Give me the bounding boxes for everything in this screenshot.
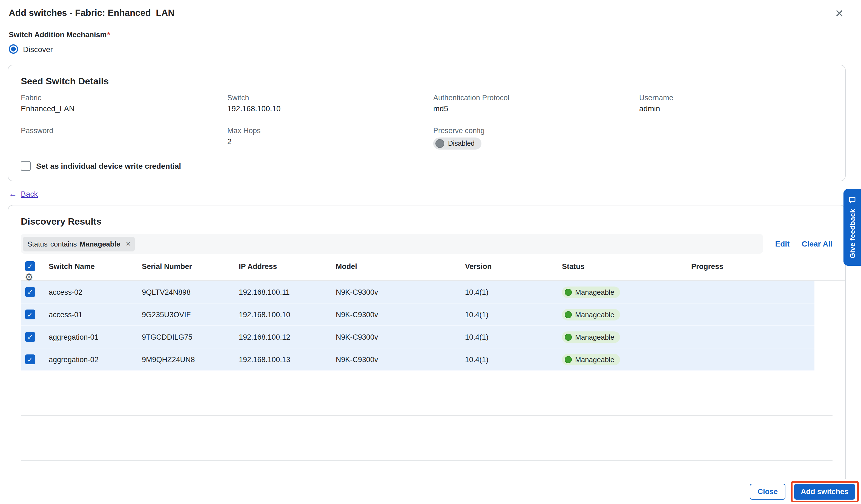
- status-badge: Manageable: [562, 331, 620, 343]
- mechanism-label-text: Switch Addition Mechanism: [9, 31, 107, 39]
- cell-version: 10.4(1): [465, 333, 562, 341]
- radio-discover[interactable]: Discover: [9, 44, 53, 54]
- filter-bar[interactable]: Status contains Manageable ×: [21, 234, 763, 254]
- field-auth-protocol: Authentication Protocol md5: [433, 94, 639, 113]
- cell-model: N9K-C9300v: [336, 288, 465, 296]
- select-all-checkbox[interactable]: ✓: [25, 261, 35, 271]
- table-row[interactable]: ✓ access-02 9QLTV24N898 192.168.100.11 N…: [21, 281, 815, 303]
- close-button[interactable]: Close: [750, 483, 785, 499]
- empty-row: [21, 438, 833, 461]
- cell-model: N9K-C9300v: [336, 355, 465, 364]
- cell-switch-name: access-01: [49, 310, 142, 318]
- cell-ip-address: 192.168.100.11: [239, 288, 336, 296]
- cell-switch-name: aggregation-02: [49, 355, 142, 364]
- seed-heading: Seed Switch Details: [21, 76, 833, 87]
- table-row[interactable]: ✓ aggregation-01 9TGCDDILG75 192.168.100…: [21, 326, 815, 349]
- cell-ip-address: 192.168.100.12: [239, 333, 336, 341]
- feedback-icon: [848, 196, 856, 204]
- cell-ip-address: 192.168.100.10: [239, 310, 336, 318]
- cell-model: N9K-C9300v: [336, 310, 465, 318]
- clear-all-link[interactable]: Clear All: [802, 240, 833, 248]
- discovery-heading: Discovery Results: [8, 216, 845, 227]
- cell-model: N9K-C9300v: [336, 333, 465, 341]
- chip-value: Manageable: [80, 240, 121, 248]
- back-link[interactable]: ← Back: [9, 189, 38, 198]
- mechanism-label: Switch Addition Mechanism*: [9, 31, 852, 39]
- filter-row: Status contains Manageable × Edit Clear …: [21, 234, 833, 254]
- checkbox-unchecked-icon: [21, 161, 31, 171]
- empty-row: [21, 371, 833, 393]
- col-switch-name: Switch Name: [49, 262, 142, 270]
- col-status: Status: [562, 262, 691, 270]
- status-badge: Manageable: [562, 309, 620, 320]
- cell-serial-number: 9TGCDDILG75: [142, 333, 239, 341]
- column-settings-gear-icon[interactable]: ⚙: [25, 271, 33, 283]
- mechanism-section: Switch Addition Mechanism* Discover: [0, 19, 861, 54]
- field-max-hops: Max Hops 2: [227, 126, 433, 150]
- filter-chip[interactable]: Status contains Manageable ×: [23, 236, 135, 251]
- radio-selected-icon: [9, 44, 18, 54]
- row-checkbox[interactable]: ✓: [25, 332, 35, 342]
- add-switches-dialog: Add switches - Fabric: Enhanced_LAN × Sw…: [0, 0, 861, 504]
- give-feedback-label: Give feedback: [848, 209, 856, 259]
- cell-switch-name: access-02: [49, 288, 142, 296]
- field-fabric: Fabric Enhanced_LAN: [21, 94, 227, 113]
- page-title: Add switches - Fabric: Enhanced_LAN: [9, 8, 175, 18]
- add-switches-wrap: Add switches: [794, 483, 855, 499]
- preserve-config-toggle: Disabled: [433, 137, 481, 150]
- empty-row: [21, 416, 833, 438]
- field-username: Username admin: [639, 94, 833, 113]
- toggle-knob-icon: [435, 139, 444, 148]
- add-switches-button[interactable]: Add switches: [794, 483, 855, 499]
- chip-field: Status: [27, 240, 47, 248]
- table-row[interactable]: ✓ aggregation-02 9M9QHZ24UN8 192.168.100…: [21, 349, 815, 371]
- table-row[interactable]: ✓ access-01 9G235U3OVIF 192.168.100.10 N…: [21, 303, 815, 326]
- field-spacer: [639, 126, 833, 150]
- status-dot-icon: [565, 356, 572, 363]
- col-model: Model: [336, 262, 465, 270]
- discovery-table: ✓ Switch Name Serial Number IP Address M…: [8, 261, 845, 483]
- row-checkbox[interactable]: ✓: [25, 354, 35, 364]
- col-version: Version: [465, 262, 562, 270]
- cell-version: 10.4(1): [465, 355, 562, 364]
- table-header-row: ✓ Switch Name Serial Number IP Address M…: [21, 261, 845, 281]
- cell-switch-name: aggregation-01: [49, 333, 142, 341]
- empty-row: [21, 393, 833, 416]
- close-icon[interactable]: ×: [835, 8, 844, 19]
- cell-serial-number: 9G235U3OVIF: [142, 310, 239, 318]
- chip-remove-icon[interactable]: ×: [126, 241, 131, 247]
- cell-ip-address: 192.168.100.13: [239, 355, 336, 364]
- field-password: Password: [21, 126, 227, 150]
- back-arrow-icon: ←: [9, 189, 17, 198]
- radio-discover-label: Discover: [23, 45, 53, 53]
- cell-serial-number: 9QLTV24N898: [142, 288, 239, 296]
- status-dot-icon: [565, 333, 572, 340]
- status-dot-icon: [565, 311, 572, 318]
- write-credential-label: Set as individual device write credentia…: [36, 162, 181, 171]
- row-checkbox[interactable]: ✓: [25, 287, 35, 297]
- cell-version: 10.4(1): [465, 310, 562, 318]
- dialog-header: Add switches - Fabric: Enhanced_LAN ×: [0, 0, 861, 19]
- col-progress: Progress: [691, 262, 845, 270]
- required-asterisk: *: [107, 31, 110, 39]
- status-dot-icon: [565, 288, 572, 296]
- dialog-footer: Close Add switches: [0, 479, 861, 504]
- status-badge: Manageable: [562, 286, 620, 298]
- row-checkbox[interactable]: ✓: [25, 310, 35, 319]
- give-feedback-tab[interactable]: Give feedback: [844, 189, 861, 266]
- field-preserve-config: Preserve config Disabled: [433, 126, 639, 150]
- cell-serial-number: 9M9QHZ24UN8: [142, 355, 239, 364]
- write-credential-checkbox[interactable]: Set as individual device write credentia…: [21, 161, 181, 171]
- status-badge: Manageable: [562, 354, 620, 365]
- field-switch: Switch 192.168.100.10: [227, 94, 433, 113]
- edit-filter-link[interactable]: Edit: [775, 240, 790, 248]
- col-serial-number: Serial Number: [142, 262, 239, 270]
- seed-switch-details-card: Seed Switch Details Fabric Enhanced_LAN …: [8, 65, 846, 181]
- seed-fields: Fabric Enhanced_LAN Switch 192.168.100.1…: [21, 94, 833, 150]
- discovery-results-card: Discovery Results Status contains Manage…: [8, 205, 846, 493]
- col-ip-address: IP Address: [239, 262, 336, 270]
- cell-version: 10.4(1): [465, 288, 562, 296]
- chip-operator: contains: [50, 240, 77, 248]
